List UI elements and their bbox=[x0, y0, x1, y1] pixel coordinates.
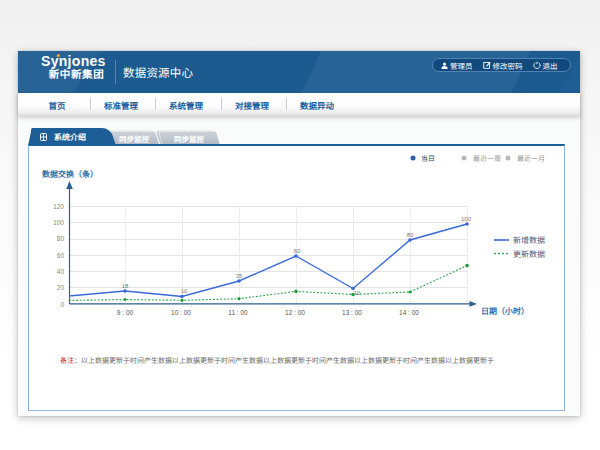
svg-text:100: 100 bbox=[461, 216, 472, 222]
svg-text:10: 10 bbox=[181, 288, 188, 294]
svg-text:18: 18 bbox=[122, 283, 129, 289]
svg-text:80: 80 bbox=[57, 235, 65, 242]
svg-text:最近一月: 最近一月 bbox=[517, 155, 545, 162]
svg-text:80: 80 bbox=[407, 232, 414, 238]
svg-text:60: 60 bbox=[57, 252, 65, 259]
svg-text:数据交换（条）: 数据交换（条） bbox=[41, 169, 98, 179]
svg-text:当日: 当日 bbox=[421, 155, 435, 162]
svg-text:40: 40 bbox=[57, 268, 65, 275]
svg-text:120: 120 bbox=[53, 203, 64, 210]
svg-text:最近一周: 最近一周 bbox=[473, 155, 501, 162]
svg-text:100: 100 bbox=[53, 219, 64, 226]
svg-text:0: 0 bbox=[60, 301, 64, 308]
svg-text:新增数据: 新增数据 bbox=[513, 236, 545, 245]
svg-text:9 : 00: 9 : 00 bbox=[117, 309, 134, 316]
svg-text:10 : 00: 10 : 00 bbox=[171, 309, 191, 316]
svg-text:日期（小时）: 日期（小时） bbox=[481, 306, 529, 316]
svg-text:60: 60 bbox=[294, 248, 301, 254]
svg-text:12 : 00: 12 : 00 bbox=[285, 309, 305, 316]
svg-text:更新数据: 更新数据 bbox=[513, 250, 545, 259]
svg-text:11 : 00: 11 : 00 bbox=[228, 309, 248, 316]
svg-text:10: 10 bbox=[354, 290, 361, 296]
svg-text:14 : 00: 14 : 00 bbox=[399, 309, 419, 316]
svg-text:20: 20 bbox=[57, 284, 65, 291]
svg-text:35: 35 bbox=[236, 273, 243, 279]
svg-text:13 : 00: 13 : 00 bbox=[342, 309, 362, 316]
